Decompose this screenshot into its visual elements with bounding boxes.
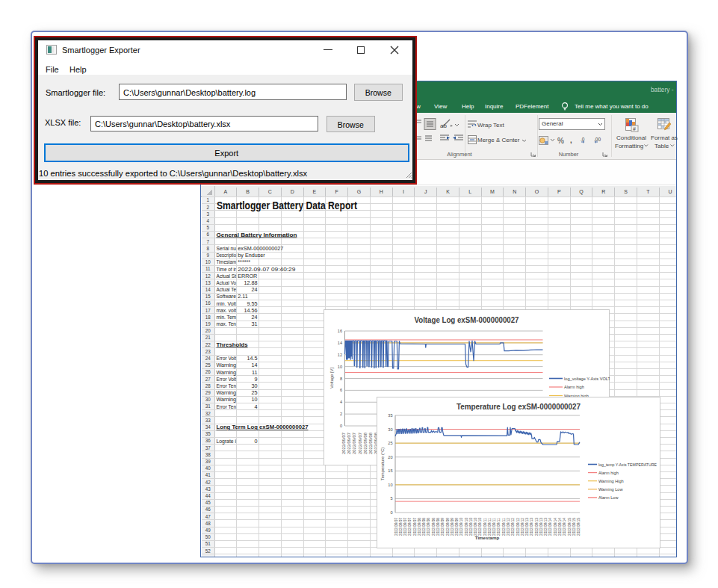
svg-text:O: O [535,189,539,194]
svg-text:2022-09-07 09:40:29: 2022-09-07 09:40:29 [238,266,295,273]
svg-text:Voltage Log exSM-0000000027: Voltage Log exSM-0000000027 [414,315,519,324]
svg-text:R: R [601,189,605,194]
svg-text:2022/09/08: 2022/09/08 [427,518,430,536]
svg-text:10: 10 [388,483,392,487]
svg-text:Smartlogger Battery Data Repor: Smartlogger Battery Data Report [217,200,357,211]
svg-text:43: 43 [205,486,211,492]
svg-text:2022/09/09: 2022/09/09 [441,518,445,536]
svg-text:Software: Software [217,293,237,300]
svg-text:2.11: 2.11 [238,293,247,300]
svg-text:14: 14 [252,362,258,368]
svg-text:49: 49 [205,527,211,533]
svg-text:45: 45 [205,500,211,505]
svg-text:I: I [403,189,404,194]
svg-text:J: J [424,189,427,194]
svg-text:2022/09/13: 2022/09/13 [530,518,533,536]
svg-text:8: 8 [339,377,341,381]
svg-text:20: 20 [388,455,392,459]
svg-text:0: 0 [255,438,258,445]
svg-text:14: 14 [337,341,341,345]
svg-text:E: E [313,189,317,194]
svg-text:11: 11 [252,369,257,376]
svg-text:10: 10 [337,365,341,369]
svg-text:log_voltage Y-Axis VOLT: log_voltage Y-Axis VOLT [564,377,610,381]
svg-text:min. Volt: min. Volt [217,300,237,307]
svg-text:12.88: 12.88 [244,279,258,286]
svg-text:Serial nu: Serial nu [217,245,237,252]
svg-text:3: 3 [206,211,209,217]
svg-text:14.5: 14.5 [247,355,258,362]
svg-text:Thresholds: Thresholds [217,341,248,348]
svg-text:Timestamp: Timestamp [474,535,499,540]
svg-text:2022/09/07: 2022/09/07 [394,518,397,536]
svg-text:2022/09/07: 2022/09/07 [412,518,416,536]
svg-text:2022/09/10: 2022/09/10 [478,518,482,536]
svg-text:H: H [380,189,383,194]
svg-text:2022/09/08: 2022/09/08 [431,518,435,536]
svg-text:46: 46 [205,507,211,512]
svg-text:6: 6 [206,232,209,237]
svg-text:2022/09/11: 2022/09/11 [487,518,491,536]
svg-text:51: 51 [205,541,211,546]
svg-text:max. volt: max. volt [217,307,237,314]
svg-text:2022/09/08: 2022/09/08 [417,518,421,536]
svg-text:2022/09/10: 2022/09/10 [459,518,463,536]
svg-text:2022/09/07: 2022/09/07 [398,518,402,536]
svg-text:13: 13 [205,280,211,285]
svg-text:Alarm high: Alarm high [598,471,619,475]
svg-text:2022/09/07: 2022/09/07 [357,433,362,454]
svg-text:2022/09/07: 2022/09/07 [341,433,346,454]
svg-text:2022/09/13: 2022/09/13 [544,518,548,536]
svg-text:6: 6 [339,388,341,392]
svg-text:Warning: Warning [217,362,237,368]
svg-text:B: B [246,189,250,194]
svg-text:2022/09/12: 2022/09/12 [507,518,510,536]
svg-text:S: S [624,189,628,194]
svg-text:2022/09/08: 2022/09/08 [368,433,373,454]
svg-text:7: 7 [206,239,209,244]
svg-text:25: 25 [252,389,258,396]
svg-text:2022/09/14: 2022/09/14 [557,518,561,536]
svg-text:18: 18 [205,315,211,320]
svg-text:2022/09/07: 2022/09/07 [352,433,356,454]
svg-text:2022/09/15: 2022/09/15 [567,518,571,536]
svg-text:29: 29 [205,390,211,395]
svg-text:Error Volt: Error Volt [217,376,237,383]
svg-text:Warning High: Warning High [598,479,624,483]
svg-text:Long Term Log exSM-0000000027: Long Term Log exSM-0000000027 [217,424,309,430]
svg-text:2022/09/08: 2022/09/08 [436,518,439,536]
svg-text:48: 48 [205,521,211,526]
svg-text:max. Ten: max. Ten [217,321,237,327]
svg-text:Alarm high: Alarm high [564,385,584,389]
svg-text:Temperature Log exSM-000000002: Temperature Log exSM-0000000027 [457,402,581,411]
svg-text:10: 10 [252,396,258,403]
svg-text:K: K [446,189,450,194]
svg-text:log_temp Y-Axis TEMPERATURE: log_temp Y-Axis TEMPERATURE [598,462,657,467]
svg-text:%: % [557,137,564,145]
svg-text:41: 41 [205,472,211,477]
svg-text:5: 5 [206,225,209,230]
svg-text:31: 31 [252,321,258,327]
svg-text:10: 10 [205,259,211,264]
svg-text:4: 4 [206,218,209,223]
svg-text:2022/09/13: 2022/09/13 [534,518,538,536]
svg-text:F: F [335,189,338,194]
svg-text:21: 21 [205,335,211,340]
svg-text:ab: ab [440,123,447,129]
svg-text:Voltage [V]: Voltage [V] [329,368,334,389]
svg-text:17: 17 [205,308,211,313]
svg-text:2022/09/13: 2022/09/13 [539,518,542,536]
svg-text:2022/09/08: 2022/09/08 [362,433,367,454]
svg-text:2022/09/09: 2022/09/09 [450,518,454,536]
svg-text:4: 4 [255,403,258,410]
svg-text:2022/09/09: 2022/09/09 [445,518,449,536]
svg-text:8: 8 [206,246,209,251]
svg-text:27: 27 [205,377,211,382]
svg-text:D: D [291,189,294,194]
svg-text:Q: Q [579,189,584,195]
svg-text:T: T [646,189,650,194]
svg-text:.00: .00 [594,137,601,142]
svg-text:34: 34 [205,424,211,430]
svg-text:Warning: Warning [217,369,237,376]
svg-text:General Battery Information: General Battery Information [217,232,297,238]
